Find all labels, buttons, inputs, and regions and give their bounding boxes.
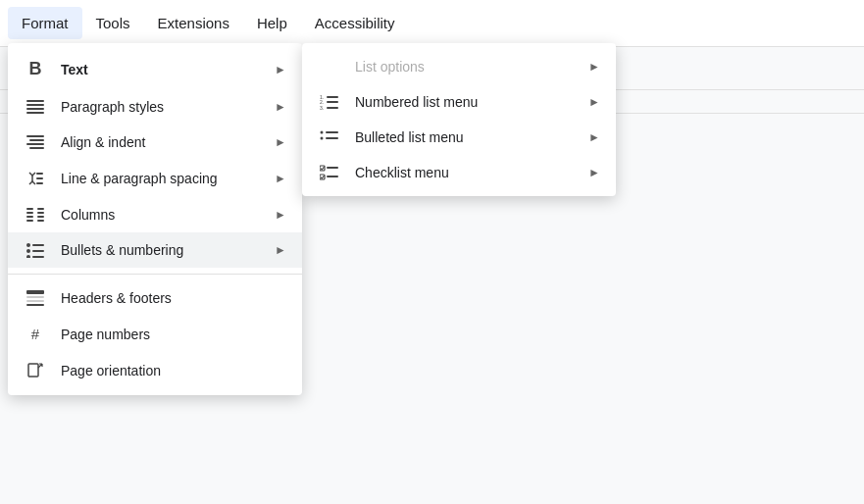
format-dropdown: B Text ► Paragraph styles ► bbox=[8, 43, 302, 395]
svg-rect-10 bbox=[36, 177, 43, 179]
svg-rect-44 bbox=[327, 176, 338, 177]
paragraph-styles-label: Paragraph styles bbox=[61, 99, 261, 115]
format-menu-item-bullets[interactable]: Bullets & numbering ► bbox=[8, 232, 302, 268]
format-text-label: Text bbox=[61, 62, 261, 77]
svg-rect-28 bbox=[26, 300, 44, 302]
svg-rect-38 bbox=[326, 131, 338, 133]
format-menu-item-headers[interactable]: Headers & footers bbox=[8, 280, 302, 316]
svg-rect-23 bbox=[32, 250, 44, 252]
svg-rect-16 bbox=[37, 208, 44, 210]
submenu-item-list-options: List options ► bbox=[302, 49, 616, 84]
align-indent-label: Align & indent bbox=[61, 134, 261, 150]
bulleted-list-icon bbox=[318, 129, 341, 145]
svg-point-24 bbox=[26, 255, 30, 258]
svg-rect-26 bbox=[26, 290, 44, 294]
svg-rect-1 bbox=[26, 104, 44, 106]
format-menu-item-orientation[interactable]: Page orientation bbox=[8, 352, 302, 389]
format-menu-item-page-numbers[interactable]: # Page numbers bbox=[8, 316, 302, 352]
svg-rect-19 bbox=[37, 220, 44, 222]
bullets-arrow-icon: ► bbox=[275, 243, 286, 257]
svg-rect-29 bbox=[26, 304, 44, 306]
page-orientation-icon bbox=[24, 362, 47, 379]
svg-rect-14 bbox=[26, 216, 33, 218]
svg-rect-40 bbox=[326, 137, 338, 139]
svg-text:3.: 3. bbox=[320, 105, 324, 110]
format-menu-item-align[interactable]: Align & indent ► bbox=[8, 125, 302, 160]
svg-rect-12 bbox=[26, 208, 33, 210]
svg-rect-0 bbox=[26, 100, 44, 102]
numbered-list-label: Numbered list menu bbox=[355, 94, 575, 110]
svg-rect-32 bbox=[327, 96, 338, 98]
svg-rect-21 bbox=[32, 244, 44, 246]
line-spacing-label: Line & paragraph spacing bbox=[61, 171, 261, 186]
svg-rect-25 bbox=[32, 256, 44, 258]
list-options-label: List options bbox=[355, 59, 575, 75]
svg-rect-34 bbox=[327, 101, 338, 103]
svg-rect-36 bbox=[327, 107, 338, 109]
svg-rect-13 bbox=[26, 212, 33, 214]
svg-rect-7 bbox=[29, 147, 44, 149]
svg-rect-15 bbox=[26, 220, 33, 222]
format-menu-item-columns[interactable]: Columns ► bbox=[8, 197, 302, 232]
svg-point-39 bbox=[321, 137, 324, 140]
headers-icon bbox=[24, 290, 47, 306]
format-menu-item-spacing[interactable]: Line & paragraph spacing ► bbox=[8, 160, 302, 197]
line-spacing-icon bbox=[24, 170, 47, 187]
format-menu-item-text[interactable]: B Text ► bbox=[8, 49, 302, 89]
paragraph-styles-icon bbox=[24, 99, 47, 115]
svg-rect-17 bbox=[37, 212, 44, 214]
list-options-arrow-icon: ► bbox=[588, 60, 600, 74]
checklist-label: Checklist menu bbox=[355, 165, 575, 180]
svg-point-22 bbox=[26, 249, 30, 253]
columns-icon bbox=[24, 207, 47, 223]
submenu-item-numbered[interactable]: 1. 2. 3. Numbered list menu ► bbox=[302, 84, 616, 120]
format-menu-item-paragraph[interactable]: Paragraph styles ► bbox=[8, 89, 302, 125]
text-bold-icon: B bbox=[24, 59, 47, 79]
bullets-submenu: List options ► 1. 2. 3. Numbered list me… bbox=[302, 43, 616, 196]
svg-point-20 bbox=[26, 243, 30, 247]
svg-rect-2 bbox=[26, 108, 44, 110]
svg-rect-27 bbox=[26, 296, 44, 298]
orientation-label: Page orientation bbox=[61, 363, 286, 378]
svg-rect-6 bbox=[26, 143, 44, 145]
columns-arrow-icon: ► bbox=[275, 208, 286, 222]
numbered-list-icon: 1. 2. 3. bbox=[318, 94, 341, 110]
bullets-icon bbox=[24, 242, 47, 258]
svg-rect-3 bbox=[26, 112, 44, 114]
svg-rect-30 bbox=[28, 364, 38, 377]
svg-rect-18 bbox=[37, 216, 44, 218]
paragraph-arrow-icon: ► bbox=[275, 100, 286, 114]
dropdown-overlay: B Text ► Paragraph styles ► bbox=[0, 0, 864, 504]
menu-divider bbox=[8, 274, 302, 275]
bulleted-list-label: Bulleted list menu bbox=[355, 129, 575, 145]
checklist-icon bbox=[318, 165, 341, 180]
svg-point-37 bbox=[321, 131, 324, 134]
bullets-label: Bullets & numbering bbox=[61, 242, 261, 258]
svg-rect-42 bbox=[327, 167, 338, 169]
numbered-arrow-icon: ► bbox=[588, 95, 600, 109]
svg-rect-5 bbox=[29, 139, 44, 141]
align-arrow-icon: ► bbox=[275, 135, 286, 149]
text-arrow-icon: ► bbox=[275, 63, 286, 76]
svg-rect-11 bbox=[36, 182, 43, 184]
spacing-arrow-icon: ► bbox=[275, 172, 286, 185]
submenu-item-bulleted[interactable]: Bulleted list menu ► bbox=[302, 120, 616, 155]
page-numbers-label: Page numbers bbox=[61, 327, 286, 342]
bulleted-arrow-icon: ► bbox=[588, 130, 600, 144]
align-indent-icon bbox=[24, 134, 47, 150]
submenu-item-checklist[interactable]: Checklist menu ► bbox=[302, 155, 616, 190]
checklist-arrow-icon: ► bbox=[588, 166, 600, 179]
page-numbers-icon: # bbox=[24, 326, 47, 342]
svg-rect-4 bbox=[26, 135, 44, 137]
headers-label: Headers & footers bbox=[61, 290, 286, 306]
columns-label: Columns bbox=[61, 207, 261, 223]
svg-rect-9 bbox=[36, 173, 43, 175]
